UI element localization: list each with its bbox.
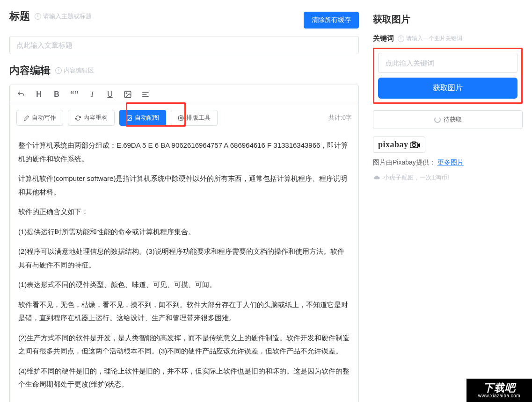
content-paragraph: 整个计算机系统由两部分组成：E.69DA 5 E 6 BA 9062616964… (18, 139, 350, 165)
content-paragraph: (2)生产方式不同的软件是开发，是人类智能的高发挥，而不是传统意义上的硬件制造。… (18, 331, 350, 358)
title-hint: ! 请输入主题或标题 (35, 12, 92, 21)
content-paragraph: (4)维护不同的硬件是旧的，理论上软件是旧的，并不坏，但实际上软件也是旧的和坏的… (18, 365, 350, 391)
align-icon[interactable] (141, 90, 150, 99)
svg-point-6 (180, 117, 182, 118)
keyword-highlight-box: 获取图片 (373, 48, 523, 104)
content-paragraph: (1)提供运行时所需功能和性能的命令或计算机程序集合。 (18, 225, 350, 239)
title-header-row: 标题 ! 请输入主题或标题 清除所有缓存 (9, 9, 359, 30)
pixabay-badge: pixabay (373, 136, 425, 153)
more-images-link[interactable]: 更多图片 (437, 158, 464, 166)
content-paragraph: (1)表达形式不同的硬件类型、颜色、味道、可见、可摸、可闻。 (18, 278, 350, 292)
content-paragraph: (2)程序可以满意地处理信息的数据结构。(3)说明程序功能要求和程序需要的文档的… (18, 245, 350, 272)
layout-tool-button[interactable]: 排版工具 (171, 110, 218, 126)
editor-box: H B “” I U 自动写作 (9, 85, 359, 402)
underline-icon[interactable]: U (105, 90, 115, 99)
content-paragraph: 软件看不见，无色，枯燥，看不见，摸不到，闻不到。软件大部分存在于人们的头脑或纸上… (18, 298, 350, 325)
watermark: 下载吧 www.xiazaiba.com (466, 379, 532, 402)
info-icon: ! (35, 13, 41, 20)
editor-hint: ! 内容编辑区 (55, 66, 94, 75)
keyword-input[interactable] (378, 53, 517, 73)
image-plus-icon (126, 115, 132, 121)
content-paragraph: 计算机软件(computer software)是指计算机系统中除硬件以外的所有… (18, 172, 350, 199)
settings-icon (178, 115, 184, 121)
undo-icon[interactable] (16, 90, 26, 99)
auto-write-button[interactable]: 自动写作 (16, 110, 63, 126)
fetch-image-button[interactable]: 获取图片 (378, 78, 517, 99)
footer-note: 小虎子配图，一次1淘币! (373, 173, 523, 182)
restructure-button[interactable]: 内容重构 (68, 110, 115, 126)
pencil-icon (23, 115, 29, 121)
fetch-image-title: 获取图片 (373, 13, 523, 26)
main-panel: 标题 ! 请输入主题或标题 清除所有缓存 内容编辑 ! 内容编辑区 (0, 0, 368, 402)
italic-icon[interactable]: I (87, 90, 97, 99)
clear-cache-button[interactable]: 清除所有缓存 (304, 12, 359, 29)
heading-icon[interactable]: H (34, 90, 44, 99)
info-icon: ! (55, 67, 62, 74)
article-title-input[interactable] (9, 36, 359, 54)
credit-line: 图片由Pixabay提供： 更多图片 (373, 158, 523, 167)
quote-icon[interactable]: “” (70, 90, 79, 99)
auto-image-button[interactable]: 自动配图 (119, 110, 166, 126)
camera-icon (410, 141, 420, 149)
image-icon[interactable] (123, 90, 132, 99)
content-paragraph: 软件的正确含义如下： (18, 205, 350, 219)
editor-content[interactable]: 整个计算机系统由两部分组成：E.69DA 5 E 6 BA 9062616964… (10, 131, 358, 402)
action-toolbar: 自动写作 内容重构 自动配图 排版工具 共计:0字 (10, 104, 358, 131)
bold-icon[interactable]: B (52, 90, 61, 99)
editor-section-label: 内容编辑 (9, 64, 51, 78)
sidebar-panel: 获取图片 关键词 ! 请输入一个图片关键词 获取图片 待获取 pixabay 图… (368, 0, 532, 402)
svg-point-8 (412, 144, 415, 146)
title-section-label: 标题 (9, 9, 30, 23)
format-toolbar: H B “” I U (10, 85, 358, 104)
keyword-hint: ! 请输入一个图片关键词 (398, 35, 462, 43)
word-count: 共计:0字 (328, 114, 352, 122)
pending-button[interactable]: 待获取 (373, 110, 523, 129)
spinner-icon (434, 116, 441, 123)
cloud-icon (373, 174, 380, 181)
refresh-icon (75, 115, 81, 121)
keyword-label: 关键词 (373, 34, 394, 43)
svg-point-1 (126, 93, 127, 93)
info-icon: ! (398, 36, 404, 42)
